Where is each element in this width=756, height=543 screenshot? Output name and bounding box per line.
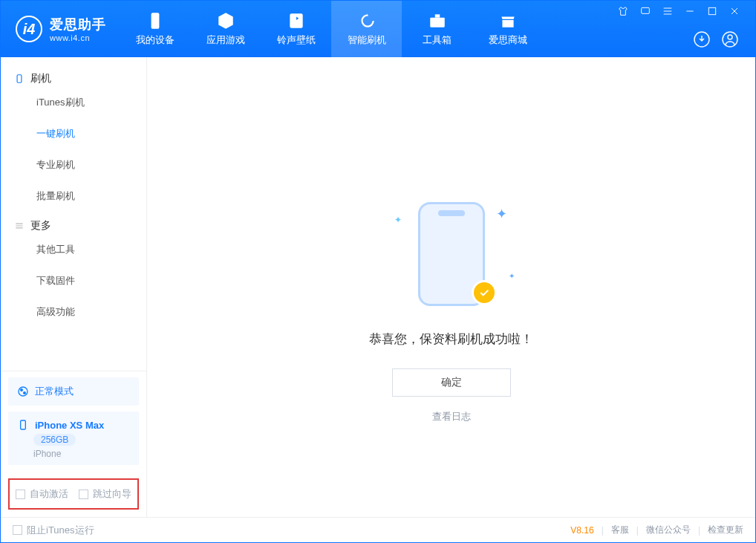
options-row: 自动激活 跳过向导 bbox=[8, 478, 139, 510]
logo-url: www.i4.cn bbox=[50, 33, 106, 42]
device-card[interactable]: iPhone XS Max 256GB iPhone bbox=[8, 412, 139, 465]
device-capacity: 256GB bbox=[33, 434, 76, 446]
svg-rect-4 bbox=[642, 7, 650, 13]
sparkle-icon: ✦ bbox=[509, 272, 515, 280]
list-icon bbox=[14, 221, 25, 231]
tab-apps[interactable]: 应用游戏 bbox=[190, 1, 261, 57]
version-label: V8.16 bbox=[570, 525, 593, 536]
maximize-icon[interactable] bbox=[706, 5, 718, 17]
tab-ringtones[interactable]: 铃声壁纸 bbox=[261, 1, 331, 57]
checkbox-label: 自动激活 bbox=[30, 487, 68, 501]
footer-link-wechat[interactable]: 微信公众号 bbox=[646, 524, 691, 536]
music-icon bbox=[287, 11, 306, 30]
check-badge-icon bbox=[472, 280, 497, 305]
device-small-icon bbox=[17, 419, 29, 431]
window-controls bbox=[617, 5, 745, 17]
sidebar-item-oneclick-flash[interactable]: 一键刷机 bbox=[1, 118, 146, 149]
success-message: 恭喜您，保资料刷机成功啦！ bbox=[369, 331, 533, 348]
mode-label: 正常模式 bbox=[35, 385, 74, 398]
svg-rect-1 bbox=[290, 13, 302, 28]
device-icon bbox=[146, 11, 165, 30]
close-icon[interactable] bbox=[729, 5, 740, 17]
footer: 阻止iTunes运行 V8.16 | 客服 | 微信公众号 | 检查更新 bbox=[1, 517, 755, 542]
svg-point-10 bbox=[19, 387, 27, 396]
svg-rect-2 bbox=[430, 18, 445, 27]
sidebar: 刷机 iTunes刷机 一键刷机 专业刷机 批量刷机 更多 其他工具 下载固件 … bbox=[1, 57, 147, 517]
tab-label: 工具箱 bbox=[423, 33, 452, 47]
refresh-icon bbox=[357, 11, 377, 30]
shirt-icon[interactable] bbox=[617, 5, 629, 17]
toolbox-icon bbox=[428, 11, 447, 30]
tab-flash[interactable]: 智能刷机 bbox=[331, 1, 402, 57]
tab-label: 铃声壁纸 bbox=[277, 33, 316, 47]
checkbox-icon bbox=[16, 490, 25, 499]
footer-link-service[interactable]: 客服 bbox=[611, 524, 629, 536]
mode-card[interactable]: 正常模式 bbox=[8, 377, 139, 406]
footer-link-update[interactable]: 检查更新 bbox=[708, 524, 743, 536]
sidebar-item-download-firmware[interactable]: 下载固件 bbox=[1, 265, 146, 296]
checkbox-auto-activate[interactable]: 自动激活 bbox=[16, 487, 68, 501]
tab-toolbox[interactable]: 工具箱 bbox=[402, 1, 472, 57]
tab-my-device[interactable]: 我的设备 bbox=[120, 1, 190, 57]
checkbox-block-itunes[interactable]: 阻止iTunes运行 bbox=[13, 524, 94, 537]
sidebar-item-itunes-flash[interactable]: iTunes刷机 bbox=[1, 87, 146, 118]
group-title: 刷机 bbox=[30, 72, 51, 85]
success-illustration: ✦ ✦ ✦ bbox=[388, 198, 515, 310]
phone-icon bbox=[14, 74, 25, 84]
svg-point-12 bbox=[24, 392, 26, 394]
download-icon[interactable] bbox=[693, 30, 711, 48]
cube-icon bbox=[216, 11, 235, 30]
svg-rect-5 bbox=[708, 7, 715, 14]
tab-label: 我的设备 bbox=[136, 33, 175, 47]
main-content: ✦ ✦ ✦ 恭喜您，保资料刷机成功啦！ 确定 查看日志 bbox=[147, 57, 755, 517]
minimize-icon[interactable] bbox=[684, 5, 696, 17]
ok-button[interactable]: 确定 bbox=[392, 368, 511, 397]
user-icon[interactable] bbox=[721, 30, 739, 48]
sparkle-icon: ✦ bbox=[394, 215, 402, 225]
body: 刷机 iTunes刷机 一键刷机 专业刷机 批量刷机 更多 其他工具 下载固件 … bbox=[1, 57, 755, 517]
sparkle-icon: ✦ bbox=[496, 206, 507, 222]
svg-rect-13 bbox=[21, 420, 26, 429]
device-name: iPhone XS Max bbox=[35, 420, 104, 431]
svg-point-8 bbox=[728, 35, 732, 39]
app-window: i4 爱思助手 www.i4.cn 我的设备 应用游戏 铃声壁纸 智能刷机 bbox=[0, 0, 756, 543]
tab-label: 应用游戏 bbox=[206, 33, 245, 47]
header-actions bbox=[693, 30, 745, 51]
view-log-link[interactable]: 查看日志 bbox=[432, 410, 471, 423]
checkbox-icon bbox=[13, 525, 22, 535]
nav-tabs: 我的设备 应用游戏 铃声壁纸 智能刷机 工具箱 爱思商城 bbox=[120, 1, 543, 57]
tab-store[interactable]: 爱思商城 bbox=[472, 1, 543, 57]
svg-point-11 bbox=[21, 389, 23, 391]
svg-rect-3 bbox=[434, 14, 440, 17]
logo: i4 爱思助手 www.i4.cn bbox=[1, 1, 120, 57]
store-icon bbox=[498, 11, 518, 30]
header: i4 爱思助手 www.i4.cn 我的设备 应用游戏 铃声壁纸 智能刷机 bbox=[1, 1, 755, 57]
svg-rect-9 bbox=[17, 75, 22, 83]
tab-label: 智能刷机 bbox=[348, 33, 386, 47]
sidebar-item-batch-flash[interactable]: 批量刷机 bbox=[1, 181, 146, 212]
sidebar-item-other-tools[interactable]: 其他工具 bbox=[1, 234, 146, 265]
checkbox-icon bbox=[79, 490, 88, 499]
sidebar-item-pro-flash[interactable]: 专业刷机 bbox=[1, 149, 146, 181]
feedback-icon[interactable] bbox=[639, 5, 651, 17]
svg-rect-0 bbox=[151, 13, 159, 29]
menu-icon[interactable] bbox=[662, 5, 674, 17]
group-title: 更多 bbox=[30, 219, 51, 233]
sidebar-item-advanced[interactable]: 高级功能 bbox=[1, 296, 146, 328]
sidebar-bottom: 正常模式 iPhone XS Max 256GB iPhone 自动激活 bbox=[1, 371, 146, 517]
logo-title: 爱思助手 bbox=[50, 16, 106, 33]
sidebar-group-flash: 刷机 bbox=[1, 65, 146, 87]
sidebar-group-more: 更多 bbox=[1, 212, 146, 234]
logo-icon: i4 bbox=[16, 16, 42, 42]
checkbox-label: 阻止iTunes运行 bbox=[27, 524, 94, 537]
checkbox-label: 跳过向导 bbox=[93, 487, 131, 501]
mode-icon bbox=[17, 386, 29, 397]
tab-label: 爱思商城 bbox=[489, 33, 527, 47]
device-type: iPhone bbox=[33, 449, 61, 459]
checkbox-skip-guide[interactable]: 跳过向导 bbox=[79, 487, 131, 501]
